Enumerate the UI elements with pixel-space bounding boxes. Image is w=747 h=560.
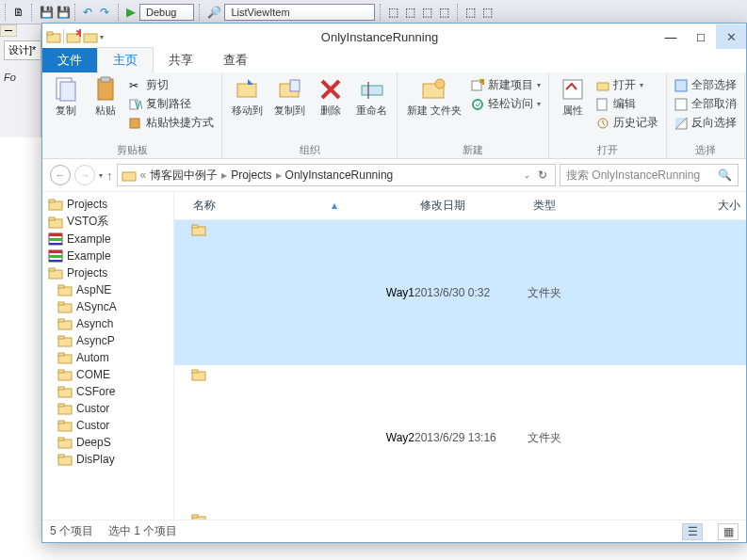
tree-node[interactable]: DisPlay — [48, 451, 173, 468]
svg-rect-29 — [122, 172, 136, 181]
tree-node[interactable]: Custor — [48, 417, 173, 434]
close-button[interactable]: ✕ — [716, 24, 746, 49]
window-title: OnlyInstanceRunning — [104, 30, 656, 44]
tree-node[interactable]: Asynch — [48, 315, 173, 332]
breadcrumb-item[interactable]: OnlyInstanceRunning — [285, 168, 394, 182]
ribbon-tabs: 文件 主页 共享 查看 — [42, 50, 746, 72]
moveto-button[interactable]: 移动到 — [228, 74, 267, 119]
svg-text:✱: ✱ — [479, 79, 484, 88]
run-icon[interactable]: ▶ — [126, 5, 136, 19]
vs-vert-tab[interactable]: I — [0, 24, 17, 37]
addr-dropdown-icon[interactable]: ⌄ — [524, 171, 530, 180]
group-new: 新建 — [403, 142, 543, 157]
svg-rect-67 — [192, 225, 198, 228]
forward-button[interactable]: → — [74, 165, 95, 185]
search-input[interactable]: 搜索 OnlyInstanceRunning 🔍 — [560, 164, 739, 186]
file-row[interactable]: Way22013/6/29 13:16文件夹 — [174, 365, 746, 510]
minimize-button[interactable]: — — [656, 24, 686, 49]
refresh-icon[interactable]: ↻ — [534, 168, 551, 182]
copyto-button[interactable]: 复制到 — [270, 74, 309, 119]
tree-node[interactable]: Projects — [48, 196, 173, 213]
tab-view[interactable]: 查看 — [208, 48, 263, 72]
vs-design-tab[interactable]: 设计]* — [4, 40, 41, 60]
col-type[interactable]: 类型 — [528, 196, 641, 216]
newitem-button[interactable]: ✱新建项目▾ — [469, 76, 543, 94]
tree-node[interactable]: Autom — [48, 349, 173, 366]
tree-node[interactable]: COME — [48, 366, 173, 383]
undo-icon[interactable]: ↶ — [83, 6, 96, 19]
redo-icon[interactable]: ↷ — [100, 6, 113, 19]
tree-node[interactable]: DeepS — [48, 434, 173, 451]
folder-tree[interactable]: ProjectsVSTO系ExampleExampleProjectsAspNE… — [42, 192, 174, 520]
tree-node[interactable]: Custor — [48, 400, 173, 417]
svg-rect-15 — [290, 80, 300, 91]
maximize-button[interactable]: □ — [686, 24, 716, 49]
file-row[interactable]: Way32013/6/29 13:17文件夹 — [174, 510, 746, 520]
qat-folder-icon[interactable] — [83, 29, 98, 44]
tree-node[interactable]: Projects — [48, 264, 173, 281]
tree-node[interactable]: AspNE — [48, 281, 173, 298]
newfolder-button[interactable]: 新建 文件夹 — [403, 74, 465, 119]
tree-node[interactable]: VSTO系 — [48, 213, 173, 231]
col-size[interactable]: 大小 — [641, 196, 746, 216]
svg-rect-57 — [58, 387, 64, 390]
t4-icon[interactable]: ⬚ — [439, 6, 452, 19]
save-icon[interactable]: 💾 — [40, 6, 53, 19]
cut-button[interactable]: ✂剪切 — [127, 76, 216, 94]
tree-node[interactable]: ASyncA — [48, 298, 173, 315]
breadcrumb-item[interactable]: 博客园中例子 — [150, 168, 218, 184]
tree-node[interactable]: Example — [48, 248, 173, 264]
paste-shortcut-button[interactable]: 粘贴快捷方式 — [127, 114, 216, 132]
tree-node[interactable]: CSFore — [48, 383, 173, 400]
column-headers[interactable]: 名称 ▴ 修改日期 类型 大小 — [174, 192, 746, 220]
properties-button[interactable]: 属性 — [555, 74, 591, 119]
find-combo[interactable]: ListViewItem — [224, 4, 375, 21]
svg-rect-40 — [49, 255, 62, 258]
search-icon[interactable]: 🔍 — [718, 168, 732, 182]
easyaccess-button[interactable]: 轻松访问▾ — [469, 95, 543, 113]
tab-file[interactable]: 文件 — [42, 48, 97, 72]
selectall-button[interactable]: 全部选择 — [673, 76, 739, 94]
invert-button[interactable]: 反向选择 — [673, 114, 739, 132]
saveall-icon[interactable]: 💾 — [57, 6, 70, 19]
t6-icon[interactable]: ⬚ — [482, 6, 495, 19]
back-button[interactable]: ← — [50, 165, 71, 185]
col-name[interactable]: 名称 ▴ — [174, 196, 414, 216]
address-bar[interactable]: « 博客园中例子▸ Projects▸ OnlyInstanceRunning … — [117, 164, 557, 186]
col-date[interactable]: 修改日期 — [414, 196, 528, 216]
svg-rect-24 — [597, 83, 609, 90]
up-button[interactable]: ↑ — [106, 168, 113, 183]
paste-button[interactable]: 粘贴 — [88, 74, 123, 119]
find-icon[interactable]: 🔎 — [207, 6, 220, 19]
open-button[interactable]: 打开▾ — [594, 76, 660, 94]
breadcrumb-item[interactable]: Projects — [231, 168, 271, 182]
quick-access: ✱ ▾ — [46, 29, 104, 44]
config-combo[interactable]: Debug — [139, 4, 194, 21]
file-row[interactable]: Way12013/6/30 0:32文件夹 — [174, 220, 746, 365]
edit-button[interactable]: 编辑 — [594, 95, 660, 113]
delete-button[interactable]: 删除 — [313, 74, 349, 119]
tree-node[interactable]: AsyncP — [48, 332, 173, 349]
history-dropdown-icon[interactable]: ▾ — [99, 171, 103, 180]
file-list: 名称 ▴ 修改日期 类型 大小 Way12013/6/30 0:32文件夹Way… — [174, 192, 746, 520]
details-view-button[interactable]: ☰ — [682, 523, 703, 540]
rename-button[interactable]: 重命名 — [352, 74, 391, 119]
tree-node[interactable]: Example — [48, 231, 173, 248]
history-button[interactable]: 历史记录 — [594, 114, 660, 132]
t3-icon[interactable]: ⬚ — [422, 6, 435, 19]
svg-point-22 — [473, 100, 482, 109]
folder-icon[interactable] — [46, 29, 61, 44]
tab-share[interactable]: 共享 — [154, 48, 208, 72]
explorer-window: ✱ ▾ OnlyInstanceRunning — □ ✕ 文件 主页 共享 查… — [41, 23, 747, 543]
selectnone-button[interactable]: 全部取消 — [673, 95, 739, 113]
t1-icon[interactable]: ⬚ — [388, 6, 401, 19]
copypath-button[interactable]: W复制路径 — [127, 95, 216, 113]
icons-view-button[interactable]: ▦ — [718, 523, 739, 540]
svg-rect-69 — [192, 370, 198, 373]
new-folder-icon[interactable]: ✱ — [66, 29, 81, 44]
tab-home[interactable]: 主页 — [97, 47, 154, 72]
t5-icon[interactable]: ⬚ — [465, 6, 479, 19]
t2-icon[interactable]: ⬚ — [405, 6, 418, 19]
copy-button[interactable]: 复制 — [48, 74, 84, 119]
vs-icon[interactable]: 🗎 — [13, 6, 26, 19]
